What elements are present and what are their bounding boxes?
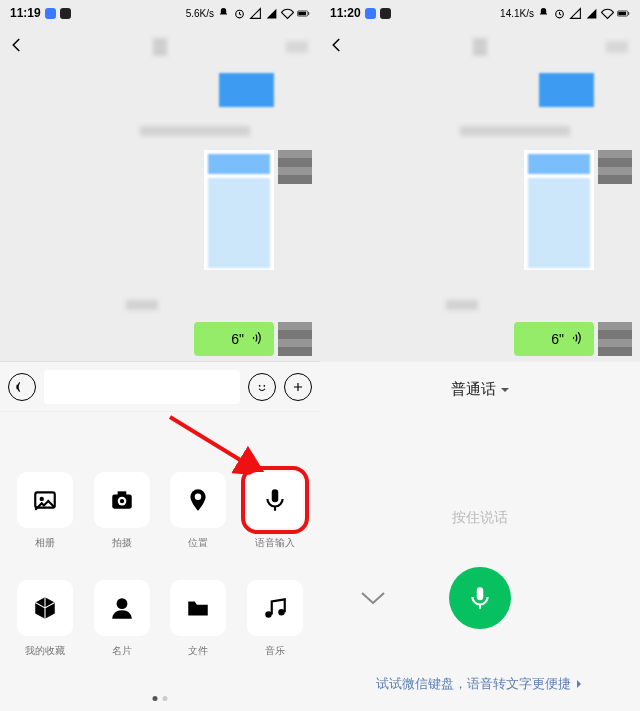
- attach-panel: 相册拍摄位置语音输入我的收藏名片文件音乐: [0, 411, 320, 711]
- status-bar: 11:20 14.1K/s: [320, 0, 640, 26]
- attach-item-label: 拍摄: [112, 536, 132, 550]
- avatar-pixelated: [598, 150, 632, 184]
- pin-icon: [170, 472, 226, 528]
- net-speed: 14.1K/s: [500, 8, 534, 19]
- mic-record-button[interactable]: [449, 567, 511, 629]
- sound-wave-icon: [570, 331, 584, 348]
- net-speed: 5.6K/s: [186, 8, 214, 19]
- card-bubble-blurred: [524, 150, 594, 270]
- signal-icon: [265, 7, 278, 20]
- battery-icon: [617, 7, 630, 20]
- attach-item-pin[interactable]: 位置: [165, 472, 232, 550]
- back-button[interactable]: [328, 36, 346, 58]
- image-bubble-blurred: [219, 73, 274, 107]
- caret-down-icon: [500, 385, 510, 395]
- svg-point-8: [40, 497, 44, 501]
- svg-line-6: [170, 417, 260, 472]
- text-blurred: [140, 126, 250, 136]
- attach-item-label: 位置: [188, 536, 208, 550]
- chat-title-blurred: [473, 38, 487, 56]
- chevron-right-icon: [574, 679, 584, 689]
- attach-item-label: 相册: [35, 536, 55, 550]
- status-dot-icon: [365, 8, 376, 19]
- attach-item-label: 音乐: [265, 644, 285, 658]
- chat-area[interactable]: 6": [320, 68, 640, 361]
- emoji-icon[interactable]: [248, 373, 276, 401]
- chat-title-blurred: [153, 38, 167, 56]
- attach-item-mic[interactable]: 语音输入: [242, 472, 309, 550]
- voice-message-bubble[interactable]: 6": [194, 322, 274, 356]
- status-bar: 11:19 5.6K/s: [0, 0, 320, 26]
- attach-item-label: 名片: [112, 644, 132, 658]
- attach-item-camera[interactable]: 拍摄: [89, 472, 156, 550]
- svg-rect-12: [117, 491, 126, 495]
- voice-duration: 6": [231, 331, 244, 347]
- text-blurred: [446, 300, 478, 310]
- message-input[interactable]: [44, 370, 240, 404]
- attach-item-folder[interactable]: 文件: [165, 580, 232, 658]
- status-dot-icon: [45, 8, 56, 19]
- voice-input-panel: 普通话 按住说话 试试微信键盘，语音转文字更便捷: [320, 361, 640, 711]
- person-icon: [94, 580, 150, 636]
- wifi-off-icon: [601, 7, 614, 20]
- mic-icon: [247, 472, 303, 528]
- avatar-pixelated: [598, 322, 632, 356]
- attach-item-image[interactable]: 相册: [12, 472, 79, 550]
- nav-menu-blurred: [606, 41, 628, 53]
- attach-item-label: 语音输入: [255, 536, 295, 550]
- nav-menu-blurred: [286, 41, 308, 53]
- wifi-off-icon: [281, 7, 294, 20]
- attach-item-music[interactable]: 音乐: [242, 580, 309, 658]
- signal-icon: [569, 7, 582, 20]
- music-icon: [247, 580, 303, 636]
- chat-area[interactable]: 6": [0, 68, 320, 361]
- folder-icon: [170, 580, 226, 636]
- signal-icon: [585, 7, 598, 20]
- nav-bar: [320, 26, 640, 68]
- svg-point-11: [120, 499, 124, 503]
- back-button[interactable]: [8, 36, 26, 58]
- hold-to-talk-hint: 按住说话: [452, 509, 508, 527]
- language-dropdown[interactable]: 普通话: [451, 380, 510, 399]
- voice-message-bubble[interactable]: 6": [514, 322, 594, 356]
- voice-duration: 6": [551, 331, 564, 347]
- attach-item-label: 文件: [188, 644, 208, 658]
- svg-point-4: [259, 384, 261, 386]
- panel-right: 11:20 14.1K/s 6": [320, 0, 640, 711]
- text-blurred: [460, 126, 570, 136]
- attach-item-person[interactable]: 名片: [89, 580, 156, 658]
- avatar-pixelated: [278, 150, 312, 184]
- nav-bar: [0, 26, 320, 68]
- svg-rect-3: [308, 12, 309, 15]
- camera-icon: [94, 472, 150, 528]
- text-blurred: [126, 300, 158, 310]
- svg-rect-18: [618, 11, 626, 14]
- card-bubble-blurred: [204, 150, 274, 270]
- svg-rect-14: [272, 489, 279, 502]
- page-dots: [153, 696, 168, 701]
- status-dot-icon: [60, 8, 71, 19]
- time: 11:20: [330, 6, 361, 20]
- alarm-icon: [553, 7, 566, 20]
- language-label: 普通话: [451, 380, 496, 399]
- svg-point-15: [116, 598, 127, 609]
- panel-left: 11:19 5.6K/s 6": [0, 0, 320, 711]
- battery-icon: [297, 7, 310, 20]
- input-bar: [0, 361, 320, 411]
- status-dot-icon: [380, 8, 391, 19]
- collapse-icon[interactable]: [358, 589, 388, 611]
- attach-item-label: 我的收藏: [25, 644, 65, 658]
- alarm-icon: [233, 7, 246, 20]
- cube-icon: [17, 580, 73, 636]
- keyboard-promo-link[interactable]: 试试微信键盘，语音转文字更便捷: [376, 675, 584, 693]
- svg-point-5: [263, 384, 265, 386]
- svg-rect-2: [298, 11, 306, 14]
- image-bubble-blurred: [539, 73, 594, 107]
- voice-toggle-icon[interactable]: [8, 373, 36, 401]
- avatar-pixelated: [278, 322, 312, 356]
- bell-mute-icon: [217, 7, 230, 20]
- signal-icon: [249, 7, 262, 20]
- bell-mute-icon: [537, 7, 550, 20]
- plus-icon[interactable]: [284, 373, 312, 401]
- attach-item-cube[interactable]: 我的收藏: [12, 580, 79, 658]
